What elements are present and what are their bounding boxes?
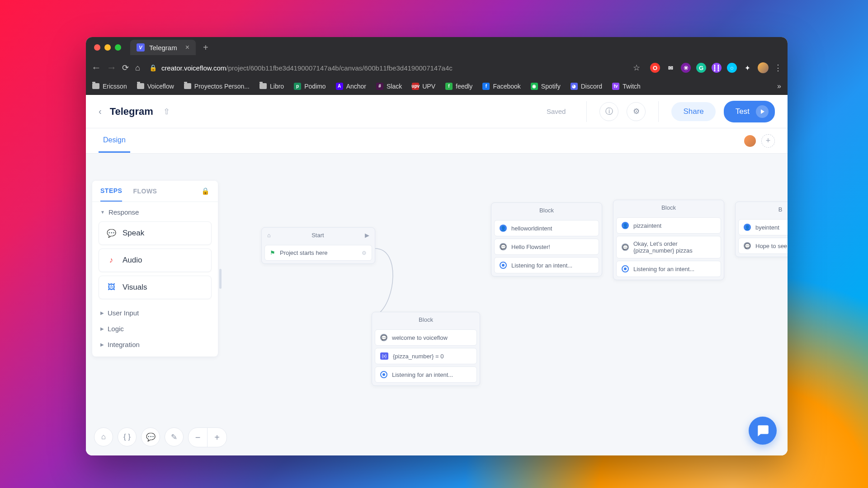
bookmark-item[interactable]: ◉Spotify [531, 83, 561, 90]
share-button[interactable]: Share [671, 102, 715, 121]
code-button[interactable]: { } [118, 427, 137, 446]
zoom-control: − + [188, 427, 227, 447]
zoom-out-button[interactable]: − [189, 428, 208, 447]
bookmark-folder[interactable]: Libro [259, 83, 284, 90]
block-row[interactable]: Listening for an intent... [616, 261, 721, 277]
bookmark-folder[interactable]: Ericsson [92, 83, 127, 90]
test-button[interactable]: Test [724, 101, 775, 122]
bye-block[interactable]: B 👤byeintent 💬Hope to see Flowster! [735, 202, 788, 257]
profile-avatar-icon[interactable] [758, 62, 769, 73]
extension-twitch-icon[interactable]: ┇┇ [712, 63, 722, 73]
reload-button[interactable]: ⟳ [122, 63, 129, 73]
bookmark-folder[interactable]: Proyectos Person... [184, 83, 250, 90]
browser-menu-icon[interactable]: ⋮ [774, 63, 782, 73]
close-window-icon[interactable] [94, 44, 100, 51]
edit-button[interactable]: ✎ [165, 427, 184, 446]
bookmark-item[interactable]: ◕Discord [571, 83, 602, 90]
lock-icon: 🔒 [149, 64, 157, 71]
row-text: helloworldintent [511, 225, 552, 232]
step-label: Audio [123, 256, 142, 265]
back-button[interactable]: ← [91, 62, 100, 74]
block-row[interactable]: 💬welcome to voiceflow [375, 329, 477, 346]
bookmark-item[interactable]: upvUPV [412, 83, 435, 90]
zoom-in-button[interactable]: + [208, 428, 226, 447]
lock-icon[interactable]: 🔒 [201, 187, 210, 195]
extension-mail-icon[interactable]: ✉ [665, 63, 675, 73]
step-speak[interactable]: 💬Speak [99, 221, 212, 245]
category-label: Integration [108, 341, 140, 348]
tab-design[interactable]: Design [99, 129, 130, 153]
step-label: Visuals [123, 283, 147, 292]
bookmark-star-icon[interactable]: ☆ [633, 63, 640, 73]
tab-steps[interactable]: STEPS [100, 187, 122, 202]
address-bar[interactable]: 🔒 creator.voiceflow.com/project/600b11fb… [146, 64, 627, 72]
new-tab-button[interactable]: + [199, 42, 212, 53]
tab-flows[interactable]: FLOWS [133, 188, 157, 201]
tab-close-icon[interactable]: × [185, 43, 189, 52]
helloworld-block[interactable]: Block 👤helloworldintent 💬Hello Flowster!… [491, 202, 602, 277]
home-button[interactable]: ⌂ [135, 63, 140, 73]
extension-alexa-icon[interactable]: ○ [727, 63, 737, 73]
category-integration[interactable]: ▶Integration [92, 334, 218, 350]
tab-label: Design [103, 136, 126, 144]
browser-tab[interactable]: V Telegram × [130, 40, 196, 55]
bookmarks-overflow-icon[interactable]: » [777, 82, 781, 90]
upload-icon[interactable]: ⇧ [163, 107, 170, 117]
extensions-puzzle-icon[interactable]: ✦ [742, 63, 752, 73]
category-response[interactable]: ▼Response [92, 202, 218, 218]
comment-icon: 💬 [146, 432, 156, 442]
block-row[interactable]: {x}{pizza_number} = 0 [375, 348, 477, 364]
block-row[interactable]: 👤pizzaintent [616, 217, 721, 234]
category-logic[interactable]: ▶Logic [92, 319, 218, 334]
block-row[interactable]: 💬Hello Flowster! [494, 239, 599, 255]
back-chevron-icon[interactable]: ‹ [99, 106, 102, 117]
intercom-button[interactable] [749, 417, 777, 445]
project-title: Telegram [110, 106, 153, 117]
start-block[interactable]: ⌂ Start ▶ ⚑ Project starts here ⚙ [261, 227, 375, 264]
comment-button[interactable]: 💬 [141, 427, 160, 446]
block-row[interactable]: 💬Hope to see Flowster! [738, 238, 788, 254]
divider [586, 101, 587, 122]
category-label: User Input [108, 309, 139, 317]
bookmark-item[interactable]: pPodimo [294, 83, 326, 90]
bookmark-item[interactable]: fFacebook [482, 83, 520, 90]
home-button[interactable]: ⌂ [94, 427, 113, 446]
block-row[interactable]: 💬Okay, Let's order {pizza_number} pizzas [616, 236, 721, 258]
add-collaborator-button[interactable]: + [761, 134, 775, 148]
gear-icon[interactable]: ⚙ [362, 250, 367, 256]
block-title: Block [491, 203, 602, 218]
block-title: Start [311, 232, 324, 239]
browser-window: V Telegram × + ← → ⟳ ⌂ 🔒 creator.voicefl… [86, 37, 788, 455]
flag-icon: ⚑ [270, 249, 275, 256]
welcome-block[interactable]: Block 💬welcome to voiceflow {x}{pizza_nu… [372, 312, 480, 386]
block-title: Block [613, 200, 724, 215]
block-row[interactable]: 👤helloworldintent [494, 220, 599, 236]
bookmark-label: Discord [581, 83, 602, 90]
canvas[interactable]: STEPS FLOWS 🔒 ▼Response 💬Speak ♪Audio 🖼V… [86, 154, 788, 455]
block-row[interactable]: 👤byeintent [738, 219, 788, 235]
panel-resize-handle[interactable] [219, 269, 222, 289]
block-row[interactable]: ⚑ Project starts here ⚙ [264, 245, 372, 261]
play-icon[interactable]: ▶ [365, 232, 369, 239]
step-visuals[interactable]: 🖼Visuals [99, 276, 212, 299]
bookmark-item[interactable]: ffeedly [445, 83, 472, 90]
settings-button[interactable]: ⚙ [627, 102, 646, 121]
category-user-input[interactable]: ▶User Input [92, 303, 218, 319]
step-audio[interactable]: ♪Audio [99, 249, 212, 272]
pizza-block[interactable]: Block 👤pizzaintent 💬Okay, Let's order {p… [613, 200, 724, 280]
block-row[interactable]: Listening for an intent... [375, 366, 477, 383]
play-icon [756, 105, 769, 118]
minimize-window-icon[interactable] [104, 44, 111, 51]
extension-icon[interactable]: ✳ [681, 63, 691, 73]
bookmark-item[interactable]: AAnchor [336, 83, 366, 90]
bookmark-item[interactable]: tvTwitch [612, 83, 641, 90]
forward-button[interactable]: → [107, 62, 116, 74]
extension-grammarly-icon[interactable]: G [696, 63, 706, 73]
bookmark-item[interactable]: #Slack [376, 83, 402, 90]
block-row[interactable]: Listening for an intent... [494, 257, 599, 273]
collaborator-avatar[interactable] [743, 134, 757, 148]
bookmark-folder[interactable]: Voiceflow [137, 83, 174, 90]
extension-icon[interactable]: O [650, 63, 660, 73]
maximize-window-icon[interactable] [115, 44, 121, 51]
info-button[interactable]: ⓘ [599, 102, 618, 121]
